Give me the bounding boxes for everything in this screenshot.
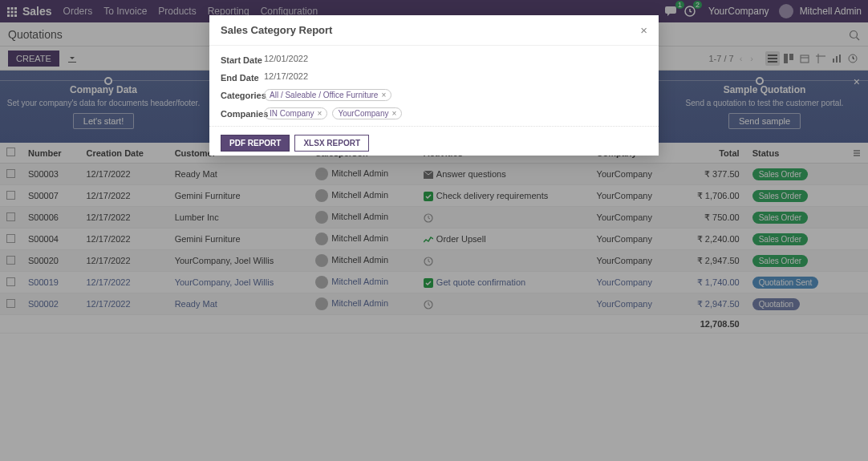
modal-overlay[interactable]: Sales Category Report × Start Date 12/01… bbox=[0, 0, 868, 461]
category-tag: All / Saleable / Office Furniture× bbox=[264, 89, 391, 101]
tag-remove-icon[interactable]: × bbox=[381, 91, 386, 99]
pdf-report-button[interactable]: PDF REPORT bbox=[221, 135, 290, 152]
start-date-value[interactable]: 12/01/2022 bbox=[264, 54, 308, 63]
categories-field[interactable]: All / Saleable / Office Furniture× bbox=[264, 89, 394, 101]
close-icon[interactable]: × bbox=[640, 23, 647, 37]
xlsx-report-button[interactable]: XLSX REPORT bbox=[294, 135, 369, 152]
modal-title: Sales Category Report bbox=[221, 24, 332, 36]
start-date-label: Start Date bbox=[221, 54, 264, 65]
company-tag: YourCompany× bbox=[332, 107, 402, 119]
categories-label: Categories bbox=[221, 89, 264, 100]
tag-remove-icon[interactable]: × bbox=[392, 109, 397, 118]
companies-label: Companies bbox=[221, 107, 264, 119]
company-tag: IN Company× bbox=[264, 107, 327, 119]
companies-field[interactable]: IN Company× YourCompany× bbox=[264, 107, 404, 119]
end-date-value[interactable]: 12/17/2022 bbox=[264, 71, 308, 81]
end-date-label: End Date bbox=[221, 71, 264, 83]
sales-category-report-dialog: Sales Category Report × Start Date 12/01… bbox=[209, 15, 659, 156]
tag-remove-icon[interactable]: × bbox=[318, 109, 322, 118]
